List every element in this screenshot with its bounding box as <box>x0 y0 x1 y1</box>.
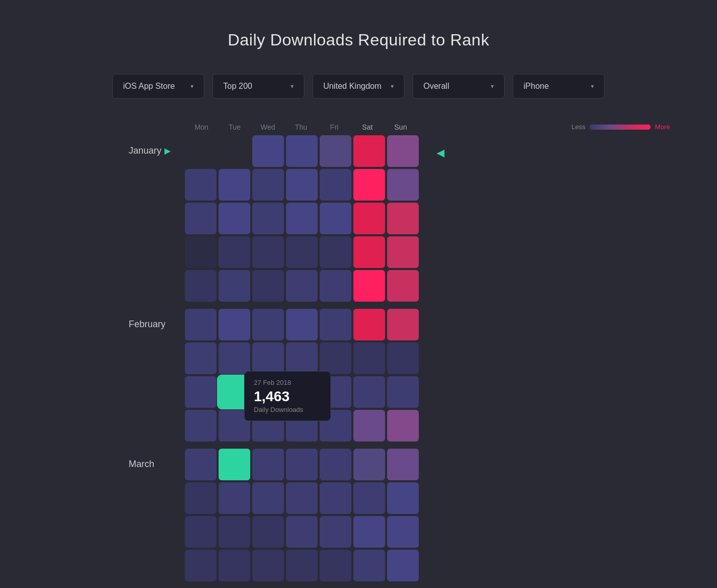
feb-w4-d3[interactable] <box>252 410 284 442</box>
january-right-arrow[interactable]: ◀ <box>437 146 444 159</box>
jan-w5-d4[interactable] <box>286 270 318 302</box>
jan-w2-d4[interactable] <box>286 169 318 201</box>
feb-w2-d7[interactable] <box>387 342 419 374</box>
mar-w2-d7[interactable] <box>387 482 419 514</box>
mar-w3-d7[interactable] <box>387 516 419 548</box>
mar-w4-d1[interactable] <box>185 550 217 581</box>
jan-w2-d2[interactable] <box>219 169 250 201</box>
mar-w3-d1[interactable] <box>185 516 217 548</box>
mar-w3-d2[interactable] <box>219 516 250 548</box>
jan-w4-d1[interactable] <box>185 236 217 268</box>
feb-w1-d1[interactable] <box>185 309 217 340</box>
rank-filter-label: Top 200 <box>223 82 285 91</box>
feb-w3-d1[interactable] <box>185 376 217 408</box>
feb-w4-d7[interactable] <box>387 410 419 442</box>
jan-w5-d5[interactable] <box>320 270 351 302</box>
jan-w4-d5[interactable] <box>320 236 351 268</box>
jan-w5-d3[interactable] <box>252 270 284 302</box>
feb-w3-d3[interactable] <box>252 376 284 408</box>
jan-w4-d6[interactable] <box>353 236 385 268</box>
jan-w5-d7[interactable] <box>387 270 419 302</box>
feb-w2-d5[interactable] <box>320 342 351 374</box>
mar-w3-d3[interactable] <box>252 516 284 548</box>
feb-w4-d6[interactable] <box>353 410 385 442</box>
feb-w3-d5[interactable] <box>320 376 351 408</box>
jan-w3-d4[interactable] <box>286 203 318 234</box>
mar-w2-d5[interactable] <box>320 482 351 514</box>
feb-w4-d5[interactable] <box>320 410 351 442</box>
category-filter[interactable]: Overall ▾ <box>413 74 505 99</box>
jan-w3-d5[interactable] <box>320 203 351 234</box>
feb-w3-d7[interactable] <box>387 376 419 408</box>
mar-w4-d5[interactable] <box>320 550 351 581</box>
jan-w4-d2[interactable] <box>219 236 250 268</box>
mar-w2-d6[interactable] <box>353 482 385 514</box>
feb-w1-d7[interactable] <box>387 309 419 340</box>
mar-w1-d3[interactable] <box>252 449 284 480</box>
mar-w2-d4[interactable] <box>286 482 318 514</box>
jan-w3-d6[interactable] <box>353 203 385 234</box>
feb-w3-d2-highlighted[interactable]: 27 Feb 2018 1,463 Daily Downloads <box>219 376 250 408</box>
jan-w1-d4[interactable] <box>286 135 318 167</box>
jan-w3-d1[interactable] <box>185 203 217 234</box>
feb-w3-d6[interactable] <box>353 376 385 408</box>
feb-w1-d2[interactable] <box>219 309 250 340</box>
feb-w2-d6[interactable] <box>353 342 385 374</box>
jan-w5-d2[interactable] <box>219 270 250 302</box>
mar-w1-d6[interactable] <box>353 449 385 480</box>
jan-w1-d7[interactable] <box>387 135 419 167</box>
jan-w1-d6[interactable] <box>353 135 385 167</box>
jan-w1-d5[interactable] <box>320 135 351 167</box>
mar-w4-d6[interactable] <box>353 550 385 581</box>
feb-w3-d4[interactable] <box>286 376 318 408</box>
jan-w4-d4[interactable] <box>286 236 318 268</box>
mar-w2-d3[interactable] <box>252 482 284 514</box>
feb-w2-d2[interactable] <box>219 342 250 374</box>
mar-w1-d7[interactable] <box>387 449 419 480</box>
jan-w2-d7[interactable] <box>387 169 419 201</box>
mar-w1-d2-teal[interactable] <box>219 449 250 480</box>
mar-w3-d4[interactable] <box>286 516 318 548</box>
feb-w2-d3[interactable] <box>252 342 284 374</box>
jan-w2-d6[interactable] <box>353 169 385 201</box>
mar-w1-d1[interactable] <box>185 449 217 480</box>
feb-w4-d2[interactable] <box>219 410 250 442</box>
month-row-march: March <box>129 449 419 581</box>
mar-w3-d6[interactable] <box>353 516 385 548</box>
mar-w1-d5[interactable] <box>320 449 351 480</box>
jan-w5-d6[interactable] <box>353 270 385 302</box>
feb-w2-d4[interactable] <box>286 342 318 374</box>
feb-w1-d4[interactable] <box>286 309 318 340</box>
jan-w3-d2[interactable] <box>219 203 250 234</box>
mar-w3-d5[interactable] <box>320 516 351 548</box>
jan-w4-d3[interactable] <box>252 236 284 268</box>
device-filter[interactable]: iPhone ▾ <box>513 74 605 99</box>
mar-w4-d7[interactable] <box>387 550 419 581</box>
mar-w2-d2[interactable] <box>219 482 250 514</box>
feb-w1-d6[interactable] <box>353 309 385 340</box>
jan-w2-d1[interactable] <box>185 169 217 201</box>
mar-w4-d4[interactable] <box>286 550 318 581</box>
feb-w1-d5[interactable] <box>320 309 351 340</box>
store-filter[interactable]: iOS App Store ▾ <box>112 74 204 99</box>
jan-w4-d7[interactable] <box>387 236 419 268</box>
jan-w5-d1[interactable] <box>185 270 217 302</box>
mar-w4-d3[interactable] <box>252 550 284 581</box>
jan-w3-d3[interactable] <box>252 203 284 234</box>
mar-w1-d4[interactable] <box>286 449 318 480</box>
rank-filter[interactable]: Top 200 ▾ <box>212 74 304 99</box>
mar-w4-d2[interactable] <box>219 550 250 581</box>
feb-w4-d4[interactable] <box>286 410 318 442</box>
jan-w2-d3[interactable] <box>252 169 284 201</box>
feb-w4-d1[interactable] <box>185 410 217 442</box>
jan-w1-d3[interactable] <box>252 135 284 167</box>
jan-w3-d7[interactable] <box>387 203 419 234</box>
jan-w2-d5[interactable] <box>320 169 351 201</box>
feb-w1-d3[interactable] <box>252 309 284 340</box>
filters-row: iOS App Store ▾ Top 200 ▾ United Kingdom… <box>112 74 605 99</box>
january-nav-forward[interactable]: ▶ <box>164 146 171 156</box>
mar-w2-d1[interactable] <box>185 482 217 514</box>
feb-w2-d1[interactable] <box>185 342 217 374</box>
country-filter[interactable]: United Kingdom ▾ <box>313 74 404 99</box>
feb-week-4 <box>185 410 419 442</box>
